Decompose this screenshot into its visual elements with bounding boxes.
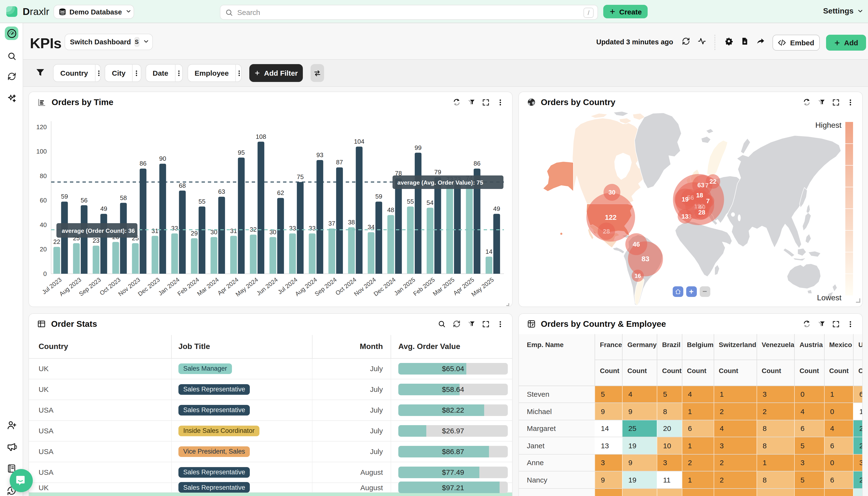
svg-text:37: 37	[329, 220, 335, 227]
svg-text:100: 100	[36, 148, 47, 155]
svg-text:63: 63	[218, 188, 225, 195]
svg-text:20: 20	[40, 246, 47, 253]
svg-text:Aug 2024: Aug 2024	[294, 276, 318, 297]
svg-text:90: 90	[159, 155, 166, 162]
svg-text:95: 95	[238, 149, 245, 156]
svg-text:Dec 2024: Dec 2024	[372, 276, 397, 297]
svg-text:Mar 2024: Mar 2024	[196, 276, 220, 297]
svg-text:40: 40	[40, 221, 47, 229]
svg-text:31: 31	[151, 227, 158, 234]
svg-text:Jan 2024: Jan 2024	[157, 276, 181, 297]
svg-text:33: 33	[309, 224, 316, 232]
svg-text:55: 55	[198, 198, 205, 205]
svg-text:38: 38	[348, 219, 355, 226]
svg-text:122: 122	[605, 214, 616, 221]
svg-text:99: 99	[415, 144, 422, 151]
svg-text:28: 28	[603, 228, 610, 235]
svg-text:56: 56	[80, 197, 88, 204]
svg-text:75: 75	[297, 173, 304, 181]
svg-text:22: 22	[709, 178, 716, 185]
svg-text:Sep 2024: Sep 2024	[314, 276, 338, 297]
svg-text:33: 33	[289, 224, 296, 232]
svg-text:80: 80	[40, 172, 47, 180]
svg-text:60: 60	[40, 197, 47, 204]
svg-text:87: 87	[336, 159, 343, 166]
svg-text:14: 14	[485, 248, 492, 255]
svg-text:46: 46	[633, 241, 640, 248]
svg-text:83: 83	[641, 255, 649, 263]
svg-text:Dec 2023: Dec 2023	[136, 276, 161, 297]
svg-text:22: 22	[53, 238, 60, 245]
svg-text:93: 93	[316, 151, 323, 159]
svg-text:7: 7	[705, 182, 709, 189]
svg-text:59: 59	[376, 193, 382, 200]
svg-text:68: 68	[179, 182, 186, 189]
svg-text:30: 30	[608, 189, 615, 196]
svg-text:average (Order Count): 36: average (Order Count): 36	[62, 228, 135, 234]
svg-text:Jun 2024: Jun 2024	[255, 276, 279, 297]
svg-text:79: 79	[434, 169, 441, 176]
svg-text:Sep 2023: Sep 2023	[78, 276, 102, 297]
svg-text:13: 13	[681, 213, 688, 220]
svg-text:Mar 2025: Mar 2025	[431, 276, 456, 297]
svg-text:86: 86	[474, 160, 481, 167]
svg-text:62: 62	[277, 189, 284, 197]
svg-text:23: 23	[93, 237, 100, 244]
svg-text:3: 3	[688, 213, 691, 220]
svg-text:16: 16	[634, 273, 641, 279]
svg-text:56: 56	[687, 194, 694, 201]
svg-text:58: 58	[120, 194, 127, 201]
svg-text:55: 55	[407, 198, 414, 205]
svg-text:29: 29	[191, 230, 198, 237]
svg-text:31: 31	[230, 227, 237, 234]
svg-text:86: 86	[140, 160, 147, 167]
svg-text:48: 48	[387, 206, 394, 214]
svg-text:Nov 2023: Nov 2023	[117, 276, 141, 297]
svg-text:7: 7	[706, 197, 709, 205]
svg-text:49: 49	[100, 205, 107, 212]
svg-text:18: 18	[696, 191, 703, 199]
svg-text:33: 33	[171, 224, 178, 232]
svg-text:59: 59	[61, 193, 68, 200]
svg-text:Jan 2025: Jan 2025	[393, 276, 416, 297]
svg-text:28: 28	[698, 209, 705, 216]
svg-text:Feb 2024: Feb 2024	[176, 276, 200, 297]
svg-text:average (Avg. Order Value): 75: average (Avg. Order Value): 75	[397, 179, 483, 186]
svg-text:108: 108	[256, 133, 266, 140]
svg-text:104: 104	[354, 138, 364, 145]
svg-text:0: 0	[43, 270, 47, 277]
svg-text:Nov 2024: Nov 2024	[353, 276, 377, 297]
svg-text:Aug 2023: Aug 2023	[58, 276, 82, 297]
svg-text:63: 63	[697, 182, 704, 189]
svg-text:54: 54	[427, 199, 433, 206]
svg-text:Feb 2025: Feb 2025	[412, 276, 436, 297]
svg-text:49: 49	[493, 205, 500, 212]
svg-text:120: 120	[36, 123, 47, 130]
